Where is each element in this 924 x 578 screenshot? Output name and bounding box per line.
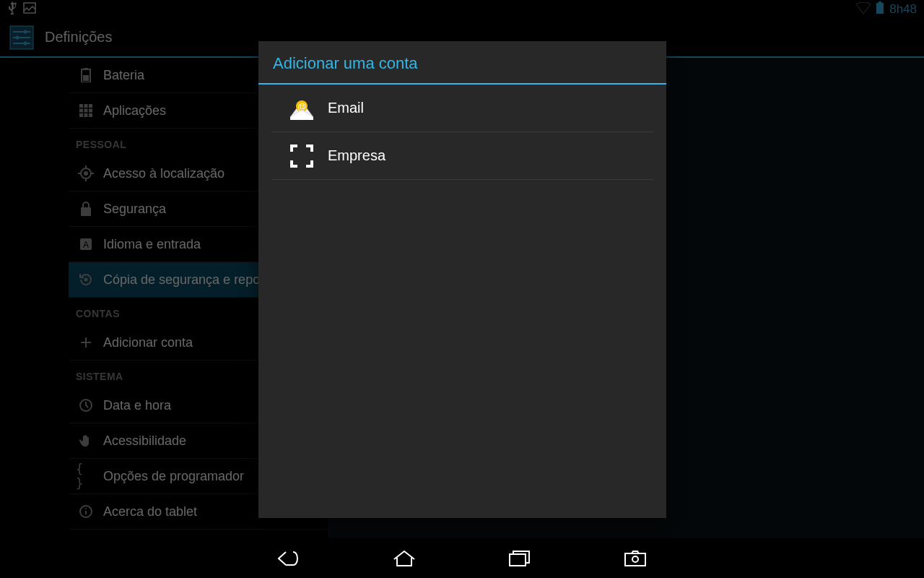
home-button[interactable] [390, 548, 419, 569]
account-option-label: Empresa [328, 147, 385, 164]
account-option-corporate[interactable]: Empresa [271, 132, 653, 180]
screenshot-button[interactable] [621, 548, 650, 569]
svg-point-50 [632, 556, 638, 562]
svg-rect-42 [290, 144, 293, 152]
account-option-label: Email [328, 100, 364, 116]
account-option-email[interactable]: @Email [271, 85, 653, 132]
svg-rect-43 [310, 144, 313, 152]
recents-button[interactable] [505, 548, 534, 569]
navigation-bar [0, 538, 924, 578]
svg-rect-47 [306, 165, 313, 168]
svg-rect-46 [290, 165, 297, 168]
back-button[interactable] [274, 548, 303, 569]
email-icon: @ [286, 92, 318, 124]
dialog-title: Adicionar uma conta [258, 41, 666, 85]
svg-rect-49 [625, 553, 645, 566]
add-account-dialog: Adicionar uma conta @EmailEmpresa [258, 41, 666, 518]
corporate-icon [286, 140, 318, 172]
svg-rect-48 [510, 554, 526, 566]
